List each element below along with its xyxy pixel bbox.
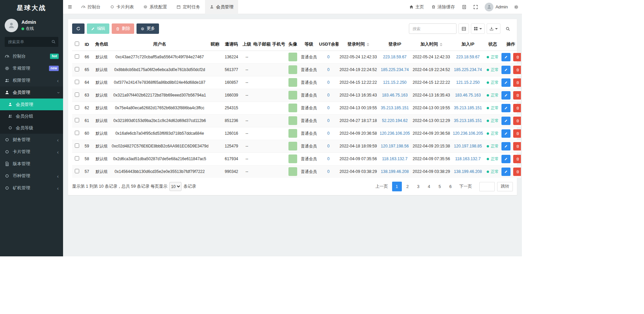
row-delete-button[interactable]: [513, 129, 521, 138]
row-checkbox[interactable]: [75, 105, 79, 110]
login-ip-link[interactable]: 185.225.234.74: [381, 67, 409, 72]
sidebar-item-members[interactable]: 会员管理 ‹: [0, 86, 63, 99]
fullscreen-icon[interactable]: [470, 0, 481, 14]
table-search-input[interactable]: [409, 23, 457, 34]
row-checkbox[interactable]: [75, 67, 79, 71]
row-edit-button[interactable]: [501, 129, 511, 138]
join-ip-link[interactable]: 120.236.106.205: [453, 131, 483, 136]
sort-icon[interactable]: [367, 42, 369, 48]
page-number-button[interactable]: 4: [424, 182, 434, 191]
table-row[interactable]: 57 默认组 0x1456443bb130d6cd35e2e0e35513b7f…: [72, 165, 521, 178]
prev-page-button[interactable]: 上一页: [372, 182, 391, 191]
row-edit-button[interactable]: [501, 155, 511, 163]
delete-button[interactable]: 删除: [112, 23, 134, 34]
usdt-balance-link[interactable]: 0: [327, 106, 330, 110]
page-number-button[interactable]: 1: [392, 182, 402, 191]
usdt-balance-link[interactable]: 0: [327, 80, 330, 85]
tab-member-manage[interactable]: 会员管理: [205, 0, 238, 14]
join-ip-link[interactable]: 118.163.132.7: [455, 156, 481, 161]
login-ip-link[interactable]: 120.236.106.205: [380, 131, 410, 136]
row-edit-button[interactable]: [501, 78, 511, 87]
submenu-item-member-levels[interactable]: 会员等级: [0, 122, 63, 134]
usdt-balance-link[interactable]: 0: [327, 118, 330, 123]
more-button[interactable]: 更多: [137, 23, 159, 34]
column-header[interactable]: 加入时间: [412, 38, 451, 51]
join-ip-link[interactable]: 223.18.59.67: [456, 55, 480, 59]
submenu-item-member-manage[interactable]: 会员管理: [0, 99, 63, 110]
menu-search-input[interactable]: [5, 37, 58, 47]
search-toggle-button[interactable]: [502, 23, 513, 34]
tab-console[interactable]: 控制台: [76, 0, 105, 14]
row-checkbox[interactable]: [75, 131, 79, 135]
topbar-username[interactable]: Admin: [495, 4, 511, 9]
tab-scheduled-tasks[interactable]: 定时任务: [172, 0, 205, 14]
page-number-button[interactable]: 5: [435, 182, 445, 191]
sidebar-item-cards[interactable]: 卡片管理 ‹: [0, 146, 63, 158]
login-ip-link[interactable]: 118.163.132.7: [382, 156, 408, 161]
join-ip-link[interactable]: 183.46.75.163: [455, 93, 481, 98]
usdt-balance-link[interactable]: 0: [327, 156, 330, 161]
row-edit-button[interactable]: [501, 91, 511, 100]
sort-icon[interactable]: [440, 42, 442, 48]
home-link[interactable]: 主页: [406, 0, 428, 14]
submenu-item-member-groups[interactable]: 会员分组: [0, 110, 63, 122]
jump-button[interactable]: 跳转: [497, 182, 513, 191]
row-checkbox[interactable]: [75, 54, 79, 59]
table-row[interactable]: 62 默认组 0x75e4a80eca62682d17652b6b832f886…: [72, 102, 521, 114]
join-ip-link[interactable]: 138.199.46.208: [454, 169, 482, 174]
join-ip-link[interactable]: 35.213.185.151: [454, 118, 482, 123]
login-ip-link[interactable]: 183.46.75.163: [382, 93, 408, 98]
jump-page-input[interactable]: [479, 182, 495, 191]
row-delete-button[interactable]: [513, 91, 521, 100]
sidebar-item-permissions[interactable]: 权限管理 ‹: [0, 74, 63, 86]
row-checkbox[interactable]: [75, 143, 79, 148]
row-delete-button[interactable]: [513, 78, 521, 87]
join-ip-link[interactable]: 121.15.2.250: [456, 80, 480, 85]
table-row[interactable]: 60 默认组 0x16afe6cb7a04f95c6d53f6f83d718b5…: [72, 127, 521, 140]
next-page-button[interactable]: 下一页: [457, 182, 475, 191]
settings-gear-icon[interactable]: [511, 0, 522, 14]
row-checkbox[interactable]: [75, 169, 79, 173]
page-number-button[interactable]: 2: [403, 182, 413, 191]
export-button[interactable]: [487, 23, 500, 34]
page-icon[interactable]: [459, 0, 470, 14]
row-edit-button[interactable]: [501, 53, 511, 61]
usdt-balance-link[interactable]: 0: [327, 93, 330, 98]
page-number-button[interactable]: 3: [414, 182, 423, 191]
sidebar-item-general[interactable]: 常规管理 new: [0, 62, 63, 74]
clear-cache-link[interactable]: 清除缓存: [428, 0, 459, 14]
table-row[interactable]: 66 默认组 0xc43ae277c720cbaff5a9a55647fc49f…: [72, 51, 521, 63]
usdt-balance-link[interactable]: 0: [327, 55, 330, 59]
table-row[interactable]: 64 默认组 0xf377e24147e78368f65a86bd8b024e4…: [72, 76, 521, 89]
login-ip-link[interactable]: 121.15.2.250: [383, 80, 407, 85]
login-ip-link[interactable]: 138.199.46.208: [381, 169, 409, 174]
join-ip-link[interactable]: 35.213.185.151: [454, 106, 482, 110]
row-delete-button[interactable]: [513, 142, 521, 150]
topbar-avatar[interactable]: [485, 3, 493, 11]
usdt-balance-link[interactable]: 0: [327, 169, 330, 174]
row-edit-button[interactable]: [501, 142, 511, 150]
login-ip-link[interactable]: 223.18.59.67: [383, 55, 407, 59]
row-checkbox[interactable]: [75, 92, 79, 97]
column-header[interactable]: 登录时间: [338, 38, 378, 51]
row-delete-button[interactable]: [513, 66, 521, 74]
sidebar-item-miners[interactable]: 矿机管理 ‹: [0, 182, 63, 194]
usdt-balance-link[interactable]: 0: [327, 131, 330, 136]
row-delete-button[interactable]: [513, 168, 521, 176]
tab-system-config[interactable]: 系统配置: [139, 0, 172, 14]
sidebar-item-console[interactable]: 控制台 hot: [0, 50, 63, 62]
row-delete-button[interactable]: [513, 53, 521, 61]
sidebar-item-versions[interactable]: 版本管理: [0, 158, 63, 170]
join-ip-link[interactable]: 120.197.198.85: [454, 144, 482, 148]
table-row[interactable]: 65 默认组 0x8bb8cb5bd175a06f2e6ebca3d0e761b…: [72, 63, 521, 76]
row-delete-button[interactable]: [513, 104, 521, 112]
hamburger-icon[interactable]: [63, 0, 76, 14]
page-number-button[interactable]: 6: [446, 182, 455, 191]
row-checkbox[interactable]: [75, 156, 79, 161]
table-row[interactable]: 59 默认组 0xc02d4827C576E6DE8bbB2c6AA981EC6…: [72, 140, 521, 152]
select-all-checkbox[interactable]: [75, 42, 79, 46]
row-edit-button[interactable]: [501, 66, 511, 74]
row-edit-button[interactable]: [501, 168, 511, 176]
page-size-select[interactable]: 10: [169, 182, 181, 191]
row-edit-button[interactable]: [501, 104, 511, 112]
